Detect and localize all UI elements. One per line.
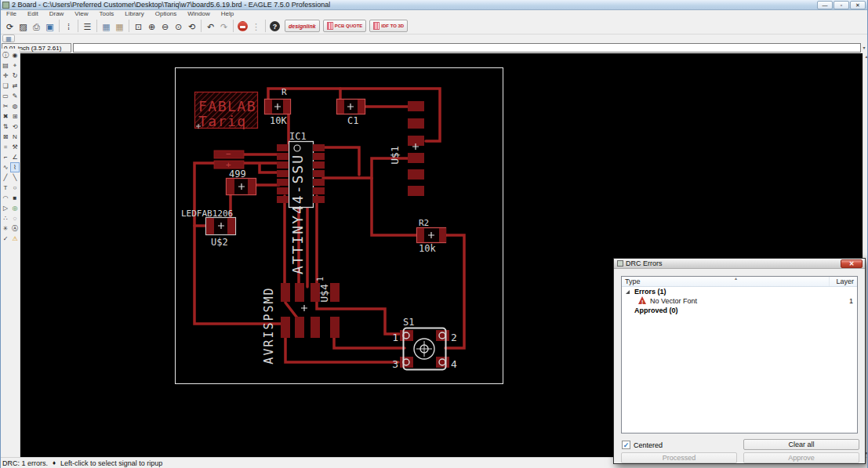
status-drc-count: DRC: 1 errors.: [2, 459, 48, 467]
zoom-out-icon[interactable]: ⊖: [158, 20, 172, 33]
paste-icon[interactable]: ◍: [10, 101, 20, 111]
zoom-in-icon[interactable]: ⊕: [145, 20, 158, 33]
layer-settings-icon[interactable]: ☰: [81, 20, 94, 33]
menu-window[interactable]: Window: [182, 10, 215, 18]
approve-button[interactable]: Approve: [743, 452, 859, 463]
zoom-fit-icon[interactable]: ⊡: [132, 20, 145, 33]
cut-icon[interactable]: ✂: [1, 101, 10, 111]
help-icon[interactable]: ?: [270, 21, 280, 31]
designlink-button[interactable]: designlink: [285, 20, 320, 32]
component-battery-pads[interactable]: − +: [214, 149, 244, 170]
miter-icon[interactable]: ⌐: [1, 152, 10, 162]
zoom-redraw-icon[interactable]: ⟲: [185, 20, 198, 33]
optimize-icon[interactable]: ∿: [1, 162, 10, 172]
error-item-row[interactable]: No Vector Font 1: [622, 296, 857, 306]
ripup-icon[interactable]: ⌇: [10, 162, 20, 172]
menu-tools[interactable]: Tools: [94, 10, 120, 18]
board-schematic-icon[interactable]: ⟳: [3, 20, 16, 33]
replace-icon[interactable]: ⟲: [10, 122, 20, 132]
menu-edit[interactable]: Edit: [22, 10, 44, 18]
menu-draw[interactable]: Draw: [44, 10, 70, 18]
restore-button[interactable]: ▫: [833, 1, 849, 9]
redo-icon[interactable]: ↷: [217, 20, 231, 33]
polygon-icon[interactable]: ▷: [1, 203, 10, 213]
minimize-button[interactable]: —: [817, 1, 833, 9]
ratsnest-icon[interactable]: ✳: [1, 223, 10, 234]
component-u1[interactable]: U$1: [389, 101, 424, 196]
copy-icon[interactable]: ❏: [1, 81, 10, 91]
auto-icon[interactable]: Ⓐ: [10, 223, 20, 234]
mirror-icon[interactable]: ⇄: [10, 81, 20, 91]
column-type[interactable]: Type: [622, 277, 829, 286]
route-icon[interactable]: ╱: [1, 172, 10, 183]
name-icon[interactable]: N: [10, 132, 20, 142]
show-icon[interactable]: ◉: [10, 50, 20, 60]
rect-icon[interactable]: ■: [10, 193, 20, 203]
pinswap-icon[interactable]: ⇅: [1, 122, 10, 132]
grid-dots-icon[interactable]: ▦: [113, 20, 126, 33]
fablab-logo[interactable]: FABLAB Tariq: [195, 93, 258, 130]
menu-options[interactable]: Options: [150, 10, 183, 18]
command-input[interactable]: [73, 43, 861, 53]
wire-icon[interactable]: ╲: [10, 172, 20, 183]
add-icon[interactable]: ⊞: [10, 111, 20, 122]
errors-icon[interactable]: ⚠: [10, 234, 20, 244]
grid-alt-icon[interactable]: ▦: [100, 20, 113, 33]
u4-pin1-label: 1: [316, 277, 325, 281]
group-icon[interactable]: ▭: [1, 91, 10, 101]
menu-view[interactable]: View: [69, 10, 93, 18]
info-icon[interactable]: ⓘ: [1, 50, 10, 60]
arc-icon[interactable]: ◠: [1, 193, 10, 203]
value-icon[interactable]: =: [1, 142, 10, 152]
hole-icon[interactable]: ◌: [10, 213, 20, 223]
save-icon[interactable]: ▨: [16, 20, 30, 33]
designlink-label: designlink: [289, 24, 316, 29]
centered-checkbox[interactable]: ✓: [622, 441, 630, 449]
change-icon[interactable]: ✎: [10, 91, 20, 101]
display-icon[interactable]: ▤: [1, 60, 10, 71]
rotate-icon[interactable]: ↻: [10, 71, 20, 81]
errors-group-row[interactable]: Errors (1): [622, 287, 857, 296]
print-icon[interactable]: ⎙: [30, 20, 43, 33]
component-s1[interactable]: S1 1 2 3 4: [392, 317, 457, 370]
grid-button[interactable]: ▦: [2, 34, 15, 42]
scroll-up-icon[interactable]: ▲: [863, 53, 868, 60]
component-c1[interactable]: C1: [337, 100, 365, 127]
expander-icon[interactable]: [626, 290, 630, 294]
dialog-close-button[interactable]: ✕: [841, 259, 863, 268]
split-icon[interactable]: ∠: [10, 152, 20, 162]
circle-icon[interactable]: ○: [10, 183, 20, 193]
go-icon[interactable]: ⋮: [249, 20, 263, 33]
close-button[interactable]: ✕: [850, 1, 866, 9]
approved-group-row[interactable]: Approved (0): [622, 306, 857, 315]
drc-icon[interactable]: ✓: [1, 234, 10, 244]
marker-icon[interactable]: ⁞: [62, 20, 75, 33]
via-icon[interactable]: ◎: [10, 203, 20, 213]
delete-icon[interactable]: ✖: [1, 111, 10, 122]
move-icon[interactable]: ✛: [1, 71, 10, 81]
lock-icon[interactable]: ⊠: [1, 132, 10, 142]
text-icon[interactable]: T: [1, 183, 10, 193]
command-dropdown-icon[interactable]: ▾: [861, 44, 867, 53]
clear-all-button[interactable]: Clear all: [743, 439, 859, 450]
component-r2[interactable]: R2 10k: [417, 218, 447, 254]
component-499[interactable]: 499: [227, 169, 256, 195]
component-avrisp[interactable]: AVRISPSMD: [262, 283, 320, 365]
menu-library[interactable]: Library: [119, 10, 149, 18]
mark-icon[interactable]: ⌖: [10, 60, 20, 71]
smash-icon[interactable]: ⚒: [10, 142, 20, 152]
processed-button[interactable]: Processed: [621, 452, 737, 463]
zoom-select-icon[interactable]: ⊙: [172, 20, 185, 33]
drc-error-list[interactable]: Type ▴ Layer Errors (1) No Vector Font 1…: [621, 276, 858, 434]
menu-file[interactable]: File: [1, 10, 22, 18]
pcb-quote-button[interactable]: PCB QUOTE: [323, 20, 367, 32]
menu-help[interactable]: Help: [216, 10, 239, 18]
column-layer[interactable]: Layer: [829, 277, 857, 286]
signal-icon[interactable]: ∴: [1, 213, 10, 223]
stop-icon[interactable]: [238, 21, 248, 31]
idf-to-3d-button[interactable]: IDF TO 3D: [369, 20, 408, 32]
drc-dialog-titlebar[interactable]: DRC Errors ✕: [614, 259, 865, 269]
component-led-u2[interactable]: LEDFAB1206 U$2: [181, 209, 236, 248]
cam-export-icon[interactable]: ▣: [43, 20, 56, 33]
undo-icon[interactable]: ↶: [204, 20, 217, 33]
